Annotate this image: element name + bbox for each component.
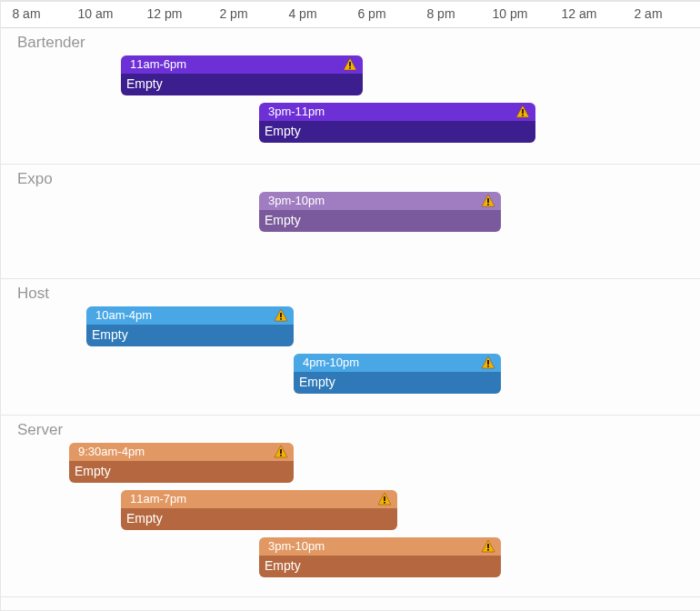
svg-rect-23 bbox=[487, 549, 489, 551]
shift-assignee: Empty bbox=[86, 325, 294, 346]
shift-time-label: 4pm-10pm bbox=[294, 354, 501, 372]
role-grid: 11am-6pmEmpty3pm-11pmEmpty bbox=[1, 28, 700, 164]
role-section-expo: Expo3pm-10pmEmpty bbox=[1, 165, 700, 279]
role-grid: 3pm-10pmEmpty bbox=[1, 165, 700, 278]
role-grid: 10am-4pmEmpty4pm-10pmEmpty bbox=[1, 279, 700, 415]
role-section-bartender: Bartender11am-6pmEmpty3pm-11pmEmpty bbox=[1, 28, 700, 165]
svg-rect-13 bbox=[487, 360, 489, 365]
shift-block[interactable]: 11am-6pmEmpty bbox=[121, 55, 363, 95]
shift-assignee: Empty bbox=[259, 121, 535, 143]
warning-icon bbox=[481, 539, 495, 554]
shift-block[interactable]: 4pm-10pmEmpty bbox=[294, 354, 501, 394]
shift-time-label: 3pm-10pm bbox=[259, 192, 501, 210]
shift-assignee: Empty bbox=[259, 556, 501, 577]
warning-icon bbox=[274, 445, 288, 459]
shift-block[interactable]: 11am-7pmEmpty bbox=[121, 490, 397, 530]
shift-block[interactable]: 3pm-10pmEmpty bbox=[259, 537, 501, 577]
timeline-tick: 4 pm bbox=[288, 6, 316, 21]
shift-block[interactable]: 10am-4pmEmpty bbox=[86, 306, 294, 346]
svg-rect-19 bbox=[384, 496, 385, 501]
timeline-tick: 8 am bbox=[12, 6, 40, 21]
timeline-tick: 2 pm bbox=[219, 6, 247, 21]
svg-rect-4 bbox=[522, 109, 524, 114]
svg-rect-16 bbox=[280, 449, 282, 454]
warning-icon bbox=[515, 105, 530, 119]
timeline-tick: 6 pm bbox=[357, 6, 385, 21]
shift-time-label: 10am-4pm bbox=[86, 306, 294, 325]
timeline-tick: 12 am bbox=[562, 6, 597, 21]
shift-time-label: 3pm-11pm bbox=[259, 103, 535, 121]
svg-rect-10 bbox=[280, 313, 282, 317]
warning-icon bbox=[377, 492, 392, 506]
svg-rect-7 bbox=[487, 198, 489, 203]
warning-icon bbox=[481, 194, 495, 208]
timeline-tick: 2 am bbox=[634, 6, 662, 21]
svg-rect-22 bbox=[487, 544, 489, 548]
svg-rect-20 bbox=[384, 502, 385, 504]
timeline-tick: 10 pm bbox=[493, 6, 528, 21]
warning-icon bbox=[274, 308, 288, 323]
shift-assignee: Empty bbox=[259, 210, 501, 232]
schedule-sections: Bartender11am-6pmEmpty3pm-11pmEmptyExpo3… bbox=[1, 28, 700, 597]
svg-rect-17 bbox=[280, 455, 282, 456]
shift-assignee: Empty bbox=[69, 461, 294, 483]
timeline-header: 8 am10 am12 pm2 pm4 pm6 pm8 pm10 pm12 am… bbox=[1, 1, 700, 28]
svg-rect-5 bbox=[522, 115, 524, 116]
role-grid: 9:30am-4pmEmpty11am-7pmEmpty3pm-10pmEmpt… bbox=[1, 416, 700, 596]
shift-assignee: Empty bbox=[294, 372, 501, 394]
svg-rect-8 bbox=[487, 204, 489, 205]
svg-rect-14 bbox=[487, 366, 489, 367]
shift-block[interactable]: 3pm-10pmEmpty bbox=[259, 192, 501, 232]
timeline-tick: 12 pm bbox=[147, 6, 183, 21]
shift-time-label: 11am-7pm bbox=[121, 490, 397, 508]
shift-time-label: 9:30am-4pm bbox=[69, 443, 294, 461]
timeline-tick: 10 am bbox=[78, 6, 114, 21]
shift-time-label: 11am-6pm bbox=[121, 55, 363, 74]
role-section-host: Host10am-4pmEmpty4pm-10pmEmpty bbox=[1, 279, 700, 416]
svg-rect-2 bbox=[349, 67, 351, 69]
role-section-server: Server9:30am-4pmEmpty11am-7pmEmpty3pm-10… bbox=[1, 416, 700, 597]
warning-icon bbox=[343, 57, 357, 72]
shift-assignee: Empty bbox=[121, 508, 397, 530]
shift-assignee: Empty bbox=[121, 74, 363, 95]
schedule-grid: 8 am10 am12 pm2 pm4 pm6 pm8 pm10 pm12 am… bbox=[0, 0, 700, 611]
warning-icon bbox=[481, 356, 495, 370]
timeline-tick: 8 pm bbox=[426, 6, 455, 21]
shift-block[interactable]: 3pm-11pmEmpty bbox=[259, 103, 535, 143]
svg-rect-11 bbox=[280, 318, 282, 320]
svg-rect-1 bbox=[349, 62, 351, 66]
shift-block[interactable]: 9:30am-4pmEmpty bbox=[69, 443, 294, 483]
shift-time-label: 3pm-10pm bbox=[259, 537, 501, 556]
